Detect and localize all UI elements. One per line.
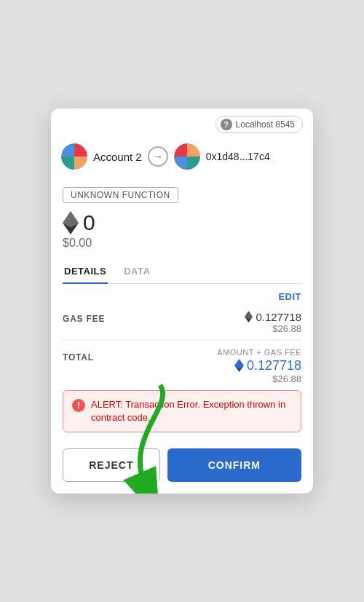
top-bar: ? Localhost 8545 bbox=[51, 108, 313, 138]
eth-total-icon bbox=[234, 359, 244, 372]
modal: ? Localhost 8545 Account 2 → bbox=[51, 108, 313, 494]
transfer-arrow: → bbox=[148, 146, 168, 167]
gas-fee-label: GAS FEE bbox=[63, 311, 105, 324]
usd-value: $0.00 bbox=[63, 237, 301, 250]
phone-container: ? Localhost 8545 Account 2 → bbox=[0, 0, 364, 602]
confirm-button[interactable]: CONFIRM bbox=[167, 448, 301, 482]
unknown-function-badge: UNKNOWN FUNCTION bbox=[63, 187, 178, 203]
total-eth: 0.127718 bbox=[217, 358, 301, 373]
alert-banner: ! ALERT: Transaction Error. Exception th… bbox=[63, 390, 301, 432]
total-row: TOTAL AMOUNT + GAS FEE 0.127718 $26.88 bbox=[63, 341, 301, 390]
account-row: Account 2 → 0x1d48...17c4 bbox=[51, 138, 313, 178]
from-account-name: Account 2 bbox=[93, 151, 142, 163]
alert-text: ALERT: Transaction Error. Exception thro… bbox=[91, 398, 292, 424]
eth-small-icon bbox=[245, 311, 253, 322]
eth-icon bbox=[63, 211, 79, 234]
total-values: AMOUNT + GAS FEE 0.127718 $26.88 bbox=[217, 348, 301, 384]
gas-fee-usd: $26.88 bbox=[245, 323, 301, 334]
alert-icon: ! bbox=[72, 399, 85, 412]
help-icon: ? bbox=[221, 119, 232, 130]
tabs: DETAILS DATA bbox=[63, 260, 301, 284]
reject-button[interactable]: REJECT bbox=[63, 448, 160, 482]
gas-fee-values: 0.127718 $26.88 bbox=[245, 311, 301, 334]
to-avatar bbox=[174, 143, 200, 170]
total-sublabel: AMOUNT + GAS FEE bbox=[217, 348, 301, 357]
gas-fee-row: GAS FEE 0.127718 $26.88 bbox=[63, 305, 301, 341]
tab-data[interactable]: DATA bbox=[122, 260, 151, 284]
total-label: TOTAL bbox=[63, 348, 94, 363]
tab-details[interactable]: DETAILS bbox=[63, 260, 108, 284]
total-usd: $26.88 bbox=[217, 373, 301, 384]
edit-link[interactable]: EDIT bbox=[63, 291, 301, 302]
from-avatar bbox=[61, 143, 87, 170]
localhost-badge: ? Localhost 8545 bbox=[215, 116, 303, 133]
to-address: 0x1d48...17c4 bbox=[206, 151, 270, 162]
localhost-label: Localhost 8545 bbox=[236, 119, 295, 130]
button-row: REJECT CONFIRM bbox=[51, 440, 313, 494]
amount-row: 0 bbox=[63, 210, 301, 235]
details-section: EDIT GAS FEE 0.127718 $26.88 TOTAL bbox=[51, 284, 313, 390]
gas-fee-eth: 0.127718 bbox=[245, 311, 301, 323]
content-area: UNKNOWN FUNCTION 0 $0.00 DETAILS DATA bbox=[51, 178, 313, 284]
amount-value: 0 bbox=[83, 210, 95, 235]
